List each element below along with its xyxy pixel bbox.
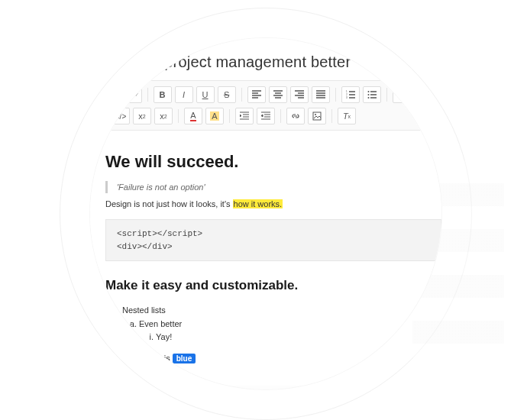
svg-point-5 (367, 97, 369, 99)
toolbar-separator (229, 109, 230, 123)
svg-point-4 (367, 94, 369, 95)
image-button[interactable] (308, 108, 326, 124)
indent-button[interactable] (235, 108, 254, 124)
toolbar-separator (386, 88, 387, 102)
outdent-button[interactable] (257, 108, 275, 124)
heading-1: We will succeed. (105, 152, 441, 172)
ordered-list-button[interactable]: 123 (341, 86, 360, 103)
subscript-button[interactable]: x2 (154, 108, 173, 124)
toolbar-separator (331, 109, 332, 123)
toolbar-separator (178, 109, 179, 123)
heading-2: Make it easy and customizable. (105, 278, 441, 293)
editor-toolbar: Heading 1 B I U S 123 ❝ </> (90, 80, 441, 131)
underline-button[interactable]: U (196, 86, 215, 103)
highlighted-text: how it works. (233, 199, 283, 208)
bg-color-button[interactable]: A (205, 108, 224, 124)
align-right-button[interactable] (290, 86, 309, 103)
paragraph-text: Design is not just how it looks, it's (105, 199, 233, 208)
svg-text:3: 3 (346, 96, 348, 99)
align-justify-button[interactable] (312, 86, 330, 103)
italic-button[interactable]: I (175, 86, 193, 103)
editor-surface: ke project management better Heading 1 B… (90, 38, 441, 386)
align-left-button[interactable] (247, 86, 266, 103)
toolbar-row-2: ❝ </> x2 x2 A A Tx (90, 105, 441, 127)
clear-format-button[interactable]: Tx (338, 108, 356, 124)
toolbar-separator (280, 109, 281, 123)
toolbar-separator (335, 88, 336, 102)
link-button[interactable] (286, 108, 305, 124)
align-center-button[interactable] (269, 86, 287, 103)
svg-point-3 (367, 91, 369, 92)
blockquote-text: 'Failure is not an option' (105, 181, 441, 193)
superscript-button[interactable]: x2 (133, 108, 151, 124)
toolbar-separator (241, 88, 242, 102)
code-block: <script></scr​ipt> <div></div> (105, 219, 441, 261)
bullet-list-button[interactable] (363, 86, 381, 103)
bold-button[interactable]: B (154, 86, 172, 103)
lens-clip: ke project management better Heading 1 B… (90, 38, 441, 389)
font-color-button[interactable]: A (184, 108, 202, 124)
color-chip: blue (173, 354, 196, 363)
paragraph: Design is not just how it looks, it's ho… (105, 199, 441, 208)
toolbar-separator (147, 88, 148, 102)
strike-button[interactable]: S (218, 86, 236, 103)
svg-point-7 (315, 114, 316, 115)
